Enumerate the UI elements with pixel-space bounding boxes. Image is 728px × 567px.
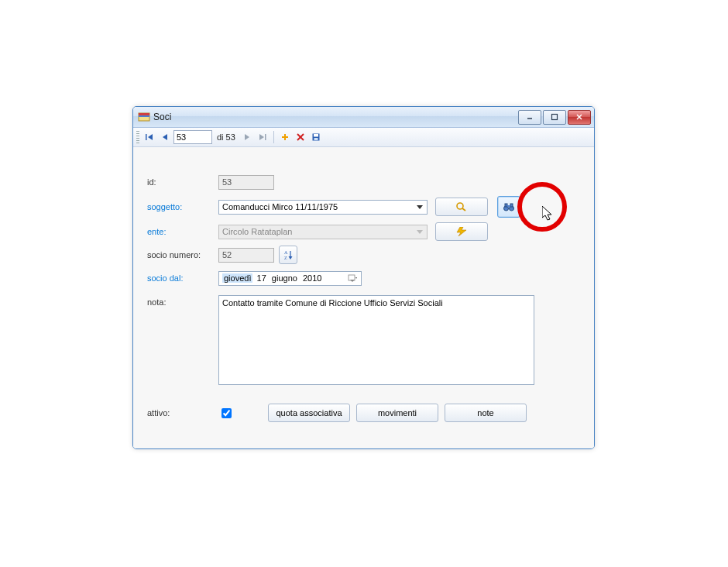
svg-rect-18	[314, 134, 318, 137]
svg-rect-26	[510, 204, 513, 207]
search-soggetto-button[interactable]	[435, 198, 488, 216]
nav-first-button[interactable]	[143, 130, 156, 144]
titlebar: Soci	[133, 107, 594, 128]
label-soggetto: soggetto:	[147, 202, 218, 211]
svg-marker-29	[457, 227, 466, 236]
date-day: 17	[256, 273, 268, 283]
socio-dal-datepicker[interactable]: giovedì 17 giugno 2010	[218, 271, 362, 286]
movimenti-button[interactable]: movimenti	[356, 404, 438, 422]
nav-add-button[interactable]	[278, 130, 292, 144]
svg-marker-28	[417, 230, 423, 234]
svg-rect-27	[507, 205, 510, 207]
svg-rect-1	[139, 113, 149, 115]
label-nota: nota:	[147, 295, 218, 307]
svg-marker-36	[355, 277, 357, 279]
date-month: giugno	[270, 273, 299, 283]
magnifier-icon	[455, 201, 468, 212]
form-area: id: soggetto: Comanducci Mirco 11/11/197…	[133, 147, 594, 448]
ente-value: Circolo Ratataplan	[222, 227, 293, 236]
nav-delete-button[interactable]	[294, 130, 307, 144]
nav-last-button[interactable]	[256, 130, 270, 144]
chevron-down-icon	[416, 227, 424, 236]
calendar-dropdown-icon	[347, 273, 358, 283]
chevron-down-icon	[416, 202, 424, 211]
lightning-icon	[455, 227, 468, 236]
svg-rect-34	[349, 275, 355, 280]
ente-action-button[interactable]	[435, 222, 488, 241]
id-field	[218, 175, 274, 190]
binoculars-icon	[503, 201, 515, 212]
date-weekday: giovedì	[222, 273, 252, 283]
quota-associativa-button[interactable]: quota associativa	[268, 404, 350, 422]
nota-textarea[interactable]	[218, 295, 534, 385]
svg-marker-9	[163, 134, 167, 140]
svg-marker-8	[148, 134, 153, 140]
close-button[interactable]	[568, 110, 591, 125]
nav-next-button[interactable]	[240, 130, 254, 144]
svg-marker-20	[417, 205, 423, 209]
app-icon	[138, 111, 150, 123]
nav-save-button[interactable]	[309, 130, 323, 144]
svg-rect-4	[552, 115, 558, 120]
binding-navigator: di 53	[133, 128, 594, 147]
attivo-checkbox[interactable]	[221, 408, 232, 418]
nav-count-label: di 53	[214, 132, 239, 142]
note-button[interactable]: note	[445, 404, 527, 422]
window-title: Soci	[153, 112, 518, 122]
svg-marker-11	[259, 134, 264, 140]
ente-combo: Circolo Ratataplan	[218, 225, 428, 239]
svg-marker-10	[245, 134, 249, 140]
socio-numero-field	[218, 248, 274, 263]
label-ente: ente:	[147, 227, 218, 236]
svg-rect-12	[265, 134, 266, 140]
date-year: 2010	[301, 273, 323, 283]
label-socio-dal: socio dal:	[147, 273, 218, 283]
svg-marker-35	[350, 280, 355, 282]
svg-rect-25	[505, 204, 507, 207]
find-binoculars-button[interactable]	[497, 196, 520, 218]
nav-prev-button[interactable]	[158, 130, 172, 144]
window-controls	[518, 110, 591, 125]
label-socio-numero: socio numero:	[147, 250, 218, 259]
window-soci: Soci di 53	[132, 106, 595, 449]
soggetto-value: Comanducci Mirco 11/11/1975	[222, 202, 338, 211]
maximize-button[interactable]	[543, 110, 566, 125]
svg-text:Z: Z	[284, 256, 287, 260]
sort-az-button[interactable]: A Z	[279, 246, 297, 264]
svg-rect-19	[314, 138, 318, 140]
minimize-button[interactable]	[518, 110, 541, 125]
svg-line-22	[462, 208, 465, 211]
sort-icon: A Z	[283, 249, 294, 260]
label-attivo: attivo:	[147, 408, 218, 418]
toolbar-separator	[273, 131, 274, 143]
svg-marker-33	[289, 256, 293, 259]
svg-point-21	[457, 203, 463, 209]
label-id: id:	[147, 177, 218, 187]
date-parts: giovedì 17 giugno 2010	[222, 273, 323, 283]
svg-text:A: A	[284, 250, 288, 255]
toolbar-grip[interactable]	[136, 131, 139, 143]
svg-rect-2	[139, 115, 149, 117]
nav-position-input[interactable]	[173, 130, 212, 144]
soggetto-combo[interactable]: Comanducci Mirco 11/11/1975	[218, 200, 428, 215]
svg-rect-7	[146, 134, 147, 140]
